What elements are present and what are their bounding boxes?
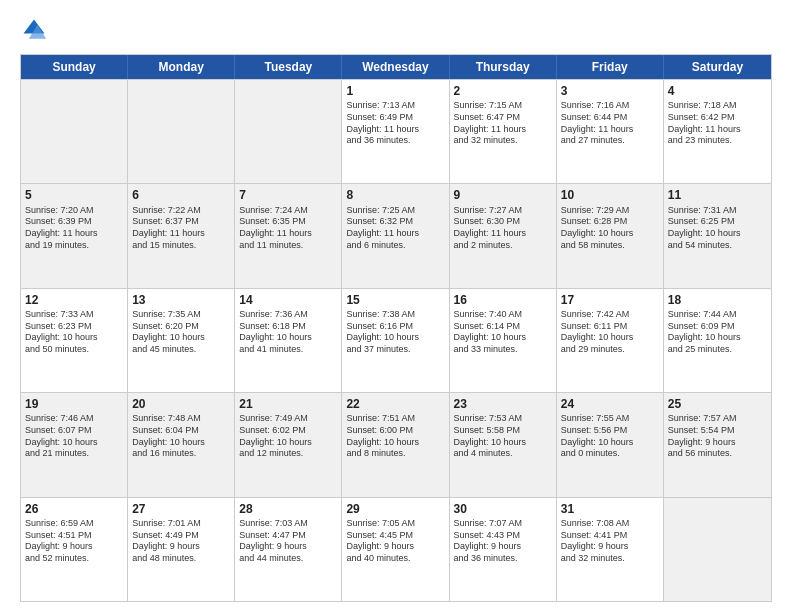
day-number: 8 (346, 187, 444, 203)
day-number: 26 (25, 501, 123, 517)
day-number: 27 (132, 501, 230, 517)
cell-info: Sunrise: 7:08 AM Sunset: 4:41 PM Dayligh… (561, 518, 659, 565)
cell-info: Sunrise: 7:29 AM Sunset: 6:28 PM Dayligh… (561, 205, 659, 252)
cell-info: Sunrise: 7:49 AM Sunset: 6:02 PM Dayligh… (239, 413, 337, 460)
day-number: 1 (346, 83, 444, 99)
day-number: 17 (561, 292, 659, 308)
day-cell-12: 12Sunrise: 7:33 AM Sunset: 6:23 PM Dayli… (21, 289, 128, 392)
empty-cell (128, 80, 235, 183)
day-number: 4 (668, 83, 767, 99)
day-number: 6 (132, 187, 230, 203)
day-number: 5 (25, 187, 123, 203)
day-cell-2: 2Sunrise: 7:15 AM Sunset: 6:47 PM Daylig… (450, 80, 557, 183)
day-number: 3 (561, 83, 659, 99)
day-number: 12 (25, 292, 123, 308)
cell-info: Sunrise: 7:07 AM Sunset: 4:43 PM Dayligh… (454, 518, 552, 565)
cell-info: Sunrise: 7:44 AM Sunset: 6:09 PM Dayligh… (668, 309, 767, 356)
calendar-week-2: 12Sunrise: 7:33 AM Sunset: 6:23 PM Dayli… (21, 288, 771, 392)
cell-info: Sunrise: 7:48 AM Sunset: 6:04 PM Dayligh… (132, 413, 230, 460)
header-day-thursday: Thursday (450, 55, 557, 79)
day-cell-13: 13Sunrise: 7:35 AM Sunset: 6:20 PM Dayli… (128, 289, 235, 392)
day-number: 13 (132, 292, 230, 308)
day-number: 2 (454, 83, 552, 99)
header-day-tuesday: Tuesday (235, 55, 342, 79)
day-number: 18 (668, 292, 767, 308)
day-number: 25 (668, 396, 767, 412)
header-day-monday: Monday (128, 55, 235, 79)
cell-info: Sunrise: 7:24 AM Sunset: 6:35 PM Dayligh… (239, 205, 337, 252)
day-cell-7: 7Sunrise: 7:24 AM Sunset: 6:35 PM Daylig… (235, 184, 342, 287)
cell-info: Sunrise: 7:38 AM Sunset: 6:16 PM Dayligh… (346, 309, 444, 356)
cell-info: Sunrise: 7:16 AM Sunset: 6:44 PM Dayligh… (561, 100, 659, 147)
day-cell-3: 3Sunrise: 7:16 AM Sunset: 6:44 PM Daylig… (557, 80, 664, 183)
day-cell-24: 24Sunrise: 7:55 AM Sunset: 5:56 PM Dayli… (557, 393, 664, 496)
day-number: 10 (561, 187, 659, 203)
day-cell-19: 19Sunrise: 7:46 AM Sunset: 6:07 PM Dayli… (21, 393, 128, 496)
cell-info: Sunrise: 6:59 AM Sunset: 4:51 PM Dayligh… (25, 518, 123, 565)
day-number: 16 (454, 292, 552, 308)
day-number: 29 (346, 501, 444, 517)
day-cell-5: 5Sunrise: 7:20 AM Sunset: 6:39 PM Daylig… (21, 184, 128, 287)
calendar: SundayMondayTuesdayWednesdayThursdayFrid… (20, 54, 772, 602)
day-cell-28: 28Sunrise: 7:03 AM Sunset: 4:47 PM Dayli… (235, 498, 342, 601)
cell-info: Sunrise: 7:05 AM Sunset: 4:45 PM Dayligh… (346, 518, 444, 565)
day-cell-10: 10Sunrise: 7:29 AM Sunset: 6:28 PM Dayli… (557, 184, 664, 287)
calendar-week-0: 1Sunrise: 7:13 AM Sunset: 6:49 PM Daylig… (21, 79, 771, 183)
day-cell-9: 9Sunrise: 7:27 AM Sunset: 6:30 PM Daylig… (450, 184, 557, 287)
day-cell-29: 29Sunrise: 7:05 AM Sunset: 4:45 PM Dayli… (342, 498, 449, 601)
day-cell-11: 11Sunrise: 7:31 AM Sunset: 6:25 PM Dayli… (664, 184, 771, 287)
empty-cell (21, 80, 128, 183)
day-number: 9 (454, 187, 552, 203)
day-cell-21: 21Sunrise: 7:49 AM Sunset: 6:02 PM Dayli… (235, 393, 342, 496)
cell-info: Sunrise: 7:22 AM Sunset: 6:37 PM Dayligh… (132, 205, 230, 252)
header-day-saturday: Saturday (664, 55, 771, 79)
day-number: 20 (132, 396, 230, 412)
day-number: 11 (668, 187, 767, 203)
cell-info: Sunrise: 7:20 AM Sunset: 6:39 PM Dayligh… (25, 205, 123, 252)
day-cell-6: 6Sunrise: 7:22 AM Sunset: 6:37 PM Daylig… (128, 184, 235, 287)
cell-info: Sunrise: 7:42 AM Sunset: 6:11 PM Dayligh… (561, 309, 659, 356)
header-day-sunday: Sunday (21, 55, 128, 79)
cell-info: Sunrise: 7:33 AM Sunset: 6:23 PM Dayligh… (25, 309, 123, 356)
cell-info: Sunrise: 7:55 AM Sunset: 5:56 PM Dayligh… (561, 413, 659, 460)
day-cell-8: 8Sunrise: 7:25 AM Sunset: 6:32 PM Daylig… (342, 184, 449, 287)
cell-info: Sunrise: 7:01 AM Sunset: 4:49 PM Dayligh… (132, 518, 230, 565)
day-number: 30 (454, 501, 552, 517)
day-number: 23 (454, 396, 552, 412)
header-day-friday: Friday (557, 55, 664, 79)
day-number: 21 (239, 396, 337, 412)
day-number: 22 (346, 396, 444, 412)
cell-info: Sunrise: 7:27 AM Sunset: 6:30 PM Dayligh… (454, 205, 552, 252)
day-cell-23: 23Sunrise: 7:53 AM Sunset: 5:58 PM Dayli… (450, 393, 557, 496)
day-cell-26: 26Sunrise: 6:59 AM Sunset: 4:51 PM Dayli… (21, 498, 128, 601)
header (20, 16, 772, 44)
cell-info: Sunrise: 7:51 AM Sunset: 6:00 PM Dayligh… (346, 413, 444, 460)
cell-info: Sunrise: 7:15 AM Sunset: 6:47 PM Dayligh… (454, 100, 552, 147)
calendar-body: 1Sunrise: 7:13 AM Sunset: 6:49 PM Daylig… (21, 79, 771, 601)
day-cell-1: 1Sunrise: 7:13 AM Sunset: 6:49 PM Daylig… (342, 80, 449, 183)
calendar-week-3: 19Sunrise: 7:46 AM Sunset: 6:07 PM Dayli… (21, 392, 771, 496)
day-cell-31: 31Sunrise: 7:08 AM Sunset: 4:41 PM Dayli… (557, 498, 664, 601)
cell-info: Sunrise: 7:03 AM Sunset: 4:47 PM Dayligh… (239, 518, 337, 565)
day-cell-27: 27Sunrise: 7:01 AM Sunset: 4:49 PM Dayli… (128, 498, 235, 601)
day-number: 19 (25, 396, 123, 412)
cell-info: Sunrise: 7:57 AM Sunset: 5:54 PM Dayligh… (668, 413, 767, 460)
day-number: 7 (239, 187, 337, 203)
day-cell-17: 17Sunrise: 7:42 AM Sunset: 6:11 PM Dayli… (557, 289, 664, 392)
cell-info: Sunrise: 7:25 AM Sunset: 6:32 PM Dayligh… (346, 205, 444, 252)
day-cell-18: 18Sunrise: 7:44 AM Sunset: 6:09 PM Dayli… (664, 289, 771, 392)
logo (20, 16, 52, 44)
cell-info: Sunrise: 7:53 AM Sunset: 5:58 PM Dayligh… (454, 413, 552, 460)
calendar-week-4: 26Sunrise: 6:59 AM Sunset: 4:51 PM Dayli… (21, 497, 771, 601)
day-cell-15: 15Sunrise: 7:38 AM Sunset: 6:16 PM Dayli… (342, 289, 449, 392)
day-number: 14 (239, 292, 337, 308)
cell-info: Sunrise: 7:35 AM Sunset: 6:20 PM Dayligh… (132, 309, 230, 356)
day-cell-25: 25Sunrise: 7:57 AM Sunset: 5:54 PM Dayli… (664, 393, 771, 496)
page: SundayMondayTuesdayWednesdayThursdayFrid… (0, 0, 792, 612)
day-cell-20: 20Sunrise: 7:48 AM Sunset: 6:04 PM Dayli… (128, 393, 235, 496)
calendar-week-1: 5Sunrise: 7:20 AM Sunset: 6:39 PM Daylig… (21, 183, 771, 287)
cell-info: Sunrise: 7:31 AM Sunset: 6:25 PM Dayligh… (668, 205, 767, 252)
cell-info: Sunrise: 7:36 AM Sunset: 6:18 PM Dayligh… (239, 309, 337, 356)
day-number: 28 (239, 501, 337, 517)
header-day-wednesday: Wednesday (342, 55, 449, 79)
